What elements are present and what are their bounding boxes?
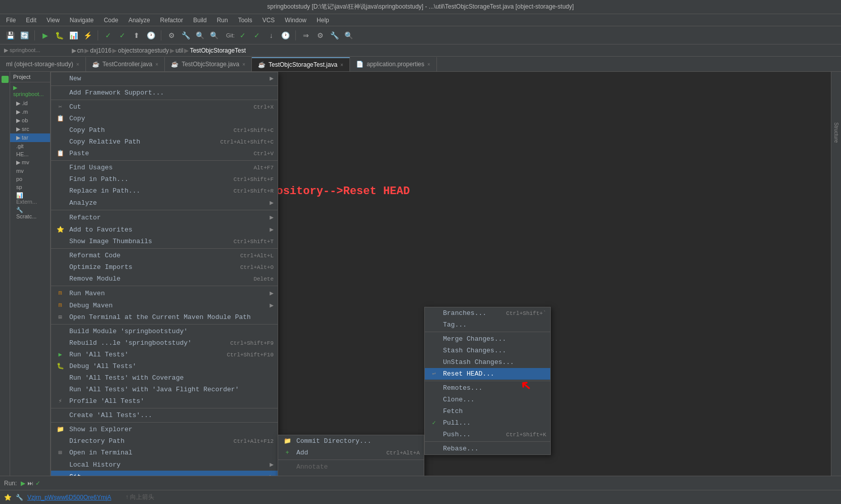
ctx-show-thumbnails[interactable]: Show Image ThumbnailsCtrl+Shift+T [51,236,278,247]
menu-refactor[interactable]: Refactor [156,16,187,25]
toolbar-debug[interactable]: 🐛 [53,29,65,41]
tab-controller-close[interactable]: × [155,62,158,67]
ctx-analyze[interactable]: Analyze▶ [51,197,278,209]
project-tree[interactable]: ▶ springboot... [10,82,50,99]
ctx-directory-path[interactable]: Directory PathCtrl+Alt+F12 [51,435,278,447]
toolbar-extra1[interactable]: ⇒ [300,29,312,41]
toolbar-git-arrow[interactable]: ⬆ [130,29,143,41]
repo-fetch[interactable]: Fetch [425,405,550,417]
ctx-add-to-favorites[interactable]: ⭐Add to Favorites▶ [51,223,278,236]
repo-branches[interactable]: Branches...Ctrl+Shift+` [425,307,550,319]
toolbar-git-push[interactable]: ✓ [251,29,263,41]
breadcrumb-dxj[interactable]: dxj1016 [90,47,111,54]
ctx-run-maven[interactable]: mRun Maven▶ [51,287,278,299]
ctx-find-usages[interactable]: Find UsagesAlt+F7 [51,162,278,173]
repo-clone[interactable]: Clone... [425,394,550,405]
repo-tag[interactable]: Tag... [425,319,550,331]
repo-unstash[interactable]: UnStash Changes... [425,356,550,368]
tab-application-close[interactable]: × [427,62,430,67]
ctx-paste[interactable]: 📋PasteCtrl+V [51,148,278,159]
toolbar-extra3[interactable]: 🔧 [328,29,340,41]
toolbar-profile[interactable]: ⚡ [81,29,94,41]
toolbar-git-history[interactable]: 🕐 [279,29,291,41]
ctx-debug-maven[interactable]: mDebug Maven▶ [51,299,278,311]
ctx-copy-relative[interactable]: Copy Relative PathCtrl+Alt+Shift+C [51,136,278,148]
toolbar-search[interactable]: 🔍 [194,29,206,41]
breadcrumb-test[interactable]: TestObjcStorageTest [190,47,246,54]
ctx-find-in-path[interactable]: Find in Path...Ctrl+Shift+F [51,173,278,185]
tab-application[interactable]: 📄 application.properties × [350,57,437,71]
ctx-remove-module[interactable]: Remove ModuleDelete [51,273,278,285]
toolbar-git-check[interactable]: ✓ [102,29,114,41]
toolbar-extra2[interactable]: ⚙ [314,29,326,41]
ctx-run-coverage[interactable]: Run 'All Tests' with Coverage [51,372,278,384]
repo-merge[interactable]: Merge Changes... [425,333,550,345]
ctx-copy-path[interactable]: Copy PathCtrl+Shift+C [51,124,278,136]
repo-rebase[interactable]: Rebase... [425,443,550,454]
menu-code[interactable]: Code [100,16,122,25]
ctx-open-terminal[interactable]: ⊞Open Terminal at the Current Maven Modu… [51,311,278,323]
ctx-optimize[interactable]: Optimize ImportsCtrl+Alt+O [51,261,278,273]
ctx-replace-in-path[interactable]: Replace in Path...Ctrl+Shift+R [51,185,278,197]
run-check[interactable]: ✓ [35,480,40,487]
ctx-add-framework[interactable]: Add Framework Support... [51,87,278,99]
breadcrumb-cn[interactable]: cn [77,47,84,54]
ctx-git[interactable]: Git▶ [51,471,278,476]
ctx-cut[interactable]: ✂CutCtrl+X [51,101,278,113]
menu-file[interactable]: File [2,16,20,25]
menu-build[interactable]: Build [189,16,211,25]
tab-storage[interactable]: ☕ TestObjcStorage.java × [165,57,252,71]
ctx-new[interactable]: New▶ [51,72,278,84]
tab-storage-close[interactable]: × [242,62,245,67]
git-add[interactable]: +AddCtrl+Alt+A [278,447,424,459]
toolbar-run[interactable]: ▶ [39,29,51,41]
repo-pull[interactable]: ✓Pull... [425,417,550,429]
tab-controller[interactable]: ☕ TestController.java × [86,57,165,71]
sidebar-indicator[interactable] [2,76,9,83]
toolbar-sync[interactable]: 🔄 [18,29,30,41]
ctx-profile[interactable]: ⚡Profile 'All Tests' [51,395,278,407]
repo-stash[interactable]: Stash Changes... [425,345,550,356]
ctx-debug-all-tests[interactable]: 🐛Debug 'All Tests' [51,360,278,372]
menu-window[interactable]: Window [281,16,311,25]
toolbar-wrench[interactable]: 🔧 [180,29,192,41]
toolbar-git-commit[interactable]: ✓ [237,29,249,41]
breadcrumb-util[interactable]: util [175,47,183,54]
toolbar-settings[interactable]: ⚙ [165,29,178,41]
toolbar-search2[interactable]: 🔍 [208,29,220,41]
ctx-open-in-terminal[interactable]: ⊞Open in Terminal [51,447,278,459]
menu-help[interactable]: Help [313,16,333,25]
ctx-create-tests[interactable]: Create 'All Tests'... [51,409,278,421]
ctx-build-module[interactable]: Build Module 'springbootstudy' [51,326,278,337]
toolbar-git-check2[interactable]: ✓ [116,29,128,41]
ctx-run-all-tests[interactable]: ▶Run 'All Tests'Ctrl+Shift+F10 [51,349,278,360]
menu-analyze[interactable]: Analyze [124,16,154,25]
toolbar-extra4[interactable]: 🔍 [342,29,355,41]
ctx-show-explorer[interactable]: 📁Show in Explorer [51,424,278,435]
toolbar-save[interactable]: 💾 [4,29,16,41]
repo-push[interactable]: Push...Ctrl+Shift+K [425,429,550,440]
tab-ml[interactable]: ml (object-storage-study) × [0,57,86,71]
ctx-run-flight[interactable]: Run 'All Tests' with 'Java Flight Record… [51,384,278,395]
toolbar-git-pull[interactable]: ↓ [265,29,277,41]
bottom-link[interactable]: Vzjrn_pWsww6D500Ore6YmjA [27,494,111,501]
menu-edit[interactable]: Edit [22,16,40,25]
run-play[interactable]: ▶ [21,480,25,487]
ctx-reformat[interactable]: Reformat CodeCtrl+Alt+L [51,250,278,261]
ctx-rebuild[interactable]: Rebuild ...le 'springbootstudy'Ctrl+Shif… [51,337,278,349]
menu-vcs[interactable]: VCS [258,16,279,25]
ctx-local-history[interactable]: Local History▶ [51,459,278,471]
tab-ml-close[interactable]: × [76,62,79,67]
menu-run[interactable]: Run [213,16,232,25]
menu-view[interactable]: View [42,16,64,25]
tab-storage-test-close[interactable]: × [340,62,343,68]
breadcrumb-obj[interactable]: objectstoragestudy [118,47,169,54]
tab-storage-test[interactable]: ☕ TestObjcStorageTest.java × [252,57,350,71]
ctx-refactor[interactable]: Refactor▶ [51,211,278,223]
toolbar-coverage[interactable]: 📊 [67,29,79,41]
menu-navigate[interactable]: Navigate [66,16,98,25]
toolbar-git-clock[interactable]: 🕐 [145,29,157,41]
git-commit-dir[interactable]: 📁Commit Directory... [278,435,424,447]
ctx-copy[interactable]: 📋Copy [51,113,278,124]
menu-tools[interactable]: Tools [234,16,256,25]
